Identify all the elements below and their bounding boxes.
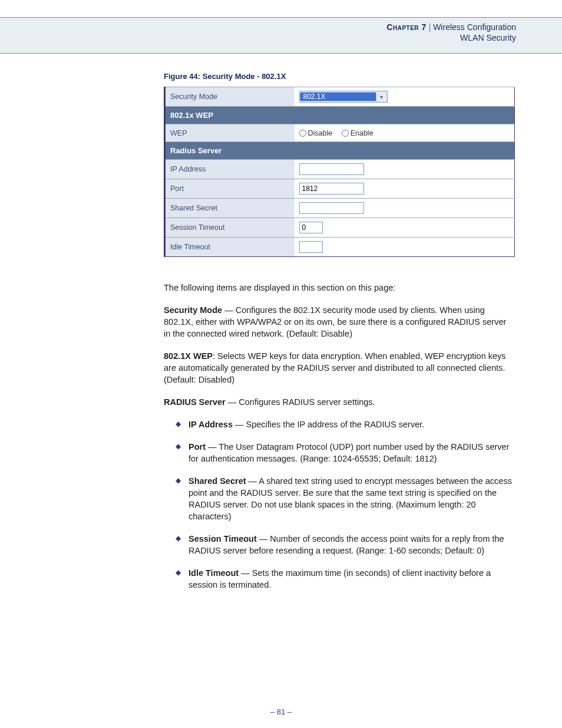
- secret-input[interactable]: [299, 202, 364, 214]
- cell-wep: Disable Enable: [295, 124, 515, 142]
- cell-security-mode: 802.1X ▾: [295, 87, 515, 107]
- figure-caption: Figure 44: Security Mode - 802.1X: [164, 72, 515, 81]
- bullet-session: Session Timeout — Number of seconds the …: [176, 533, 515, 556]
- dropdown-value: 802.1X: [300, 92, 376, 101]
- page-header: Chapter 7 | Wireless Configuration WLAN …: [0, 17, 562, 54]
- row-ip: IP Address: [165, 160, 515, 179]
- chapter-label: Chapter 7: [386, 22, 426, 32]
- bullet-idle: Idle Timeout — Sets the maximum time (in…: [176, 567, 515, 591]
- label-idle: Idle Timeout: [165, 238, 295, 257]
- section-wep-label: 802.1x WEP: [165, 107, 515, 124]
- header-separator: |: [429, 22, 431, 32]
- header-subtitle: WLAN Security: [386, 33, 516, 42]
- bold-b3: Shared Secret: [189, 476, 246, 486]
- section-header-radius: Radius Server: [165, 142, 515, 160]
- section-header-wep: 802.1x WEP: [165, 107, 515, 124]
- session-input[interactable]: [299, 222, 323, 233]
- header-text-block: Chapter 7 | Wireless Configuration WLAN …: [386, 22, 516, 42]
- para-radius: RADIUS Server — Configures RADIUS server…: [164, 396, 515, 408]
- chevron-down-icon: ▾: [376, 91, 387, 102]
- text-wep: : Selects WEP keys for data encryption. …: [164, 351, 506, 384]
- label-session: Session Timeout: [165, 218, 295, 238]
- row-wep: WEP Disable Enable: [165, 124, 515, 142]
- header-title: Wireless Configuration: [433, 22, 516, 32]
- bold-b2: Port: [189, 442, 206, 452]
- config-table: Security Mode 802.1X ▾ 802.1x WEP WEP Di…: [164, 87, 515, 257]
- ip-input[interactable]: [299, 163, 364, 175]
- para-security-mode: Security Mode — Configures the 802.1X se…: [164, 304, 515, 340]
- row-session: Session Timeout: [165, 218, 515, 238]
- bullet-secret: Shared Secret — A shared text string use…: [176, 475, 515, 522]
- port-input[interactable]: [299, 183, 364, 195]
- label-secret: Shared Secret: [165, 199, 295, 218]
- section-radius-label: Radius Server: [165, 142, 515, 160]
- row-port: Port: [165, 179, 515, 199]
- para-wep: 802.1X WEP: Selects WEP keys for data en…: [164, 350, 515, 386]
- label-ip: IP Address: [165, 160, 295, 179]
- radio-enable[interactable]: [342, 130, 349, 137]
- row-security-mode: Security Mode 802.1X ▾: [165, 87, 515, 107]
- bullet-list: IP Address — Specifies the IP address of…: [164, 419, 515, 591]
- radio-disable-label: Disable: [308, 129, 333, 137]
- bold-b4: Session Timeout: [189, 534, 257, 543]
- page-number: – 81 –: [0, 707, 562, 716]
- security-mode-dropdown[interactable]: 802.1X ▾: [299, 91, 388, 103]
- bold-b1: IP Address: [189, 420, 233, 429]
- bullet-port: Port — The User Datagram Protocol (UDP) …: [176, 441, 515, 465]
- bold-wep: 802.1X WEP: [164, 351, 213, 361]
- row-idle: Idle Timeout: [165, 238, 515, 257]
- bold-security-mode: Security Mode: [164, 305, 222, 315]
- bold-radius: RADIUS Server: [164, 397, 226, 407]
- body-text: The following items are displayed in thi…: [164, 282, 515, 591]
- radio-disable[interactable]: [299, 130, 306, 137]
- label-wep: WEP: [165, 124, 295, 142]
- label-security-mode: Security Mode: [165, 87, 295, 107]
- idle-input[interactable]: [299, 241, 323, 253]
- radio-enable-label: Enable: [351, 129, 373, 137]
- main-content: Figure 44: Security Mode - 802.1X Securi…: [164, 72, 515, 601]
- text-b1: — Specifies the IP address of the RADIUS…: [233, 420, 424, 429]
- bold-b5: Idle Timeout: [189, 568, 239, 578]
- row-secret: Shared Secret: [165, 199, 515, 218]
- text-b2: — The User Datagram Protocol (UDP) port …: [189, 442, 509, 463]
- label-port: Port: [165, 179, 295, 199]
- intro-text: The following items are displayed in thi…: [164, 282, 515, 294]
- bullet-ip: IP Address — Specifies the IP address of…: [176, 419, 515, 430]
- text-radius: — Configures RADIUS server settings.: [226, 397, 375, 407]
